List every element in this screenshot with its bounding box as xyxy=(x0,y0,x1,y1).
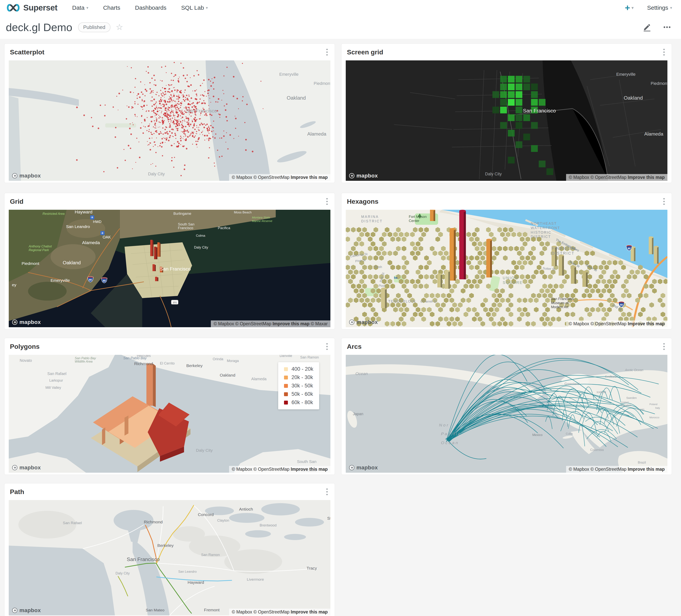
map-label: Oakland xyxy=(624,95,643,101)
legend-swatch xyxy=(284,376,288,379)
attribution-osm-link[interactable]: © OpenStreetMap xyxy=(253,175,291,180)
map-label: ey xyxy=(12,282,17,287)
favorite-star-icon[interactable]: ☆ xyxy=(116,23,123,31)
map-label: Hayward xyxy=(75,210,93,214)
legend-row: 20k - 30k xyxy=(284,374,313,380)
improve-this-map-link[interactable]: Improve this map xyxy=(273,321,309,326)
improve-this-map-link[interactable]: Improve this map xyxy=(291,467,328,472)
map-label: Center xyxy=(409,219,420,223)
map-label: San Rafael xyxy=(47,371,67,376)
improve-this-map-link[interactable]: Improve this map xyxy=(291,175,328,180)
map-label: Piedmont xyxy=(314,81,330,86)
panel-path: Path xyxy=(4,483,335,616)
settings-menu[interactable]: Settings▾ xyxy=(647,4,672,11)
scatterplot-map[interactable]: San FranciscoEmeryvillePiedmontOaklandAl… xyxy=(9,60,330,181)
new-item-button[interactable]: +▾ xyxy=(625,3,634,12)
panel-menu-kebab-icon[interactable] xyxy=(662,342,666,351)
improve-this-map-link[interactable]: Improve this map xyxy=(628,321,665,326)
attribution-mapbox-link[interactable]: © Mapbox xyxy=(569,467,590,472)
more-ellipsis-icon[interactable] xyxy=(662,23,672,32)
attribution-mapbox-link[interactable]: © Mapbox xyxy=(232,609,254,614)
hexagons-map[interactable]: 8080 MARINADISTRICTFort MasonCenterNORTH… xyxy=(346,210,667,327)
map-label: Danville xyxy=(280,355,292,358)
nav-item-dashboards[interactable]: Dashboards xyxy=(135,4,167,11)
screen-grid-map[interactable]: San FranciscoEmeryvillePiedmontOaklandAl… xyxy=(346,60,667,181)
dashboard-grid: Scatterplot San FranciscoEmeryvillePiedm… xyxy=(0,39,681,616)
map-label: Cuba xyxy=(566,432,573,435)
nav-item-charts[interactable]: Charts xyxy=(103,4,120,11)
map-label: Hercules xyxy=(137,355,151,358)
panel-menu-kebab-icon[interactable] xyxy=(325,197,329,206)
mapbox-logo[interactable]: mapbox xyxy=(349,319,378,325)
map-label: Spain xyxy=(638,408,645,411)
panel-title: Hexagons xyxy=(347,198,379,205)
map-label: Greenland xyxy=(564,382,579,386)
mapbox-logo[interactable]: mapbox xyxy=(12,319,41,325)
grid-map[interactable]: 8080101 ✈ ✈ Restricted AreaHaywardHWDSan… xyxy=(9,210,330,327)
improve-this-map-link[interactable]: Improve this map xyxy=(628,467,665,472)
attribution-mapbox-link[interactable]: © Mapbox xyxy=(569,175,590,180)
map-attribution[interactable]: © Mapbox © OpenStreetMap Improve this ma… xyxy=(229,609,330,615)
mapbox-logo[interactable]: mapbox xyxy=(12,607,41,614)
attribution-osm-link[interactable]: © OpenStreetMap xyxy=(590,175,628,180)
nav-item-sql-lab[interactable]: SQL Lab▾ xyxy=(181,4,208,11)
map-label: Oakland xyxy=(287,95,306,101)
map-label: Montara State xyxy=(252,216,270,219)
nav-right: +▾ Settings▾ xyxy=(625,3,672,12)
mapbox-logo[interactable]: mapbox xyxy=(12,173,41,179)
improve-this-map-link[interactable]: Improve this map xyxy=(291,609,328,614)
map-attribution[interactable]: © Mapbox © OpenStreetMap Improve this ma… xyxy=(566,466,667,473)
map-label: WATERFRONT xyxy=(531,226,560,230)
published-badge[interactable]: Published xyxy=(78,22,110,32)
mapbox-logo[interactable]: mapbox xyxy=(349,465,378,471)
attribution-mapbox-link[interactable]: © Mapbox xyxy=(213,321,235,326)
mapbox-logo[interactable]: mapbox xyxy=(12,465,41,471)
legend-swatch xyxy=(284,392,288,396)
map-attribution[interactable]: © Mapbox © OpenStreetMap Improve this ma… xyxy=(566,174,667,181)
map-label: Mill Valley xyxy=(45,386,61,390)
map-attribution[interactable]: © Mapbox © OpenStreetMap Improve this ma… xyxy=(229,466,330,473)
panel-menu-kebab-icon[interactable] xyxy=(662,47,666,57)
map-label: O'Farrell St xyxy=(420,300,437,303)
map-attribution[interactable]: © Mapbox © OpenStreetMap Improve this ma… xyxy=(211,320,330,327)
attribution-osm-link[interactable]: © OpenStreetMap xyxy=(253,467,291,472)
attribution-osm-link[interactable]: © OpenStreetMap xyxy=(235,321,273,326)
legend-row: 60k - 80k xyxy=(284,399,313,405)
panel-menu-kebab-icon[interactable] xyxy=(662,197,666,206)
polygons-map[interactable]: NovatoSan Pablo BayWildlife AreaSan Pabl… xyxy=(9,355,330,473)
map-attribution[interactable]: © Mapbox © OpenStreetMap Improve this ma… xyxy=(229,174,330,181)
map-label: Novato xyxy=(20,358,32,363)
map-label: Oakland xyxy=(220,373,235,377)
superset-logo[interactable]: Superset xyxy=(6,3,57,13)
panel-menu-kebab-icon[interactable] xyxy=(325,487,329,497)
map-label: Larkspur xyxy=(49,378,63,383)
nav-item-data[interactable]: Data▾ xyxy=(72,4,88,11)
mapbox-wordmark: mapbox xyxy=(19,319,41,325)
panel-menu-kebab-icon[interactable] xyxy=(325,342,329,351)
panel-grid: Grid xyxy=(4,193,335,329)
map-label: Colombia xyxy=(590,448,604,451)
map-attribution[interactable]: © Mapbox © OpenStreetMap Improve this ma… xyxy=(566,320,667,327)
attribution-osm-link[interactable]: © OpenStreetMap xyxy=(590,321,628,326)
panel-hexagons: Hexagons 808 xyxy=(341,193,672,329)
attribution-osm-link[interactable]: © OpenStreetMap xyxy=(590,467,628,472)
arcs-map[interactable]: OceanJapanN o rP a c i f i cO c e a nArc… xyxy=(346,355,667,473)
path-map[interactable]: San RafaelRichmondBerkeleySan FranciscoD… xyxy=(9,500,330,615)
map-label: Piedmont xyxy=(22,261,39,266)
attribution-mapbox-link[interactable]: © Mapbox xyxy=(232,467,254,472)
polygons-legend: 400 - 20k20k - 30k30k - 50k50k - 60k60k … xyxy=(278,362,319,410)
map-label: Emeryville xyxy=(50,278,70,283)
attribution-osm-link[interactable]: © OpenStreetMap xyxy=(253,609,291,614)
mapbox-icon xyxy=(349,319,355,325)
map-label: South San xyxy=(178,222,195,226)
map-label: Oakland xyxy=(63,260,81,265)
plus-icon: + xyxy=(625,3,630,12)
legend-row: 30k - 50k xyxy=(284,383,313,389)
mapbox-logo[interactable]: mapbox xyxy=(349,173,378,179)
attribution-mapbox-link[interactable]: © Mapbox xyxy=(569,321,590,326)
attribution-mapbox-link[interactable]: © Mapbox xyxy=(232,175,254,180)
panel-menu-kebab-icon[interactable] xyxy=(325,47,329,57)
improve-this-map-link[interactable]: Improve this map xyxy=(628,175,665,180)
edit-pencil-icon[interactable] xyxy=(642,23,652,32)
map-label: ba xyxy=(394,276,398,279)
